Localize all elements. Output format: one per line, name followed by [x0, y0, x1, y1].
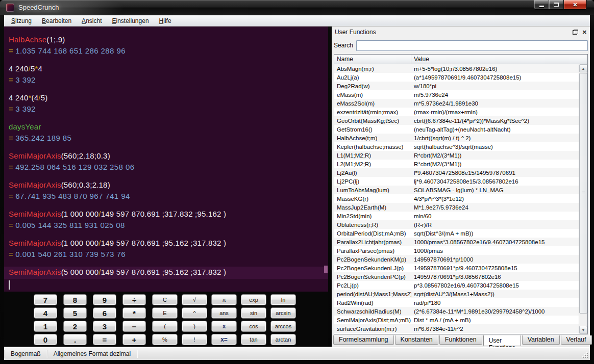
table-row[interactable]: Rad2Win(rad)rad/pi*180	[334, 298, 579, 307]
menu-item-sitzung[interactable]: Sitzung	[6, 16, 37, 25]
tab-konstanten[interactable]: Konstanten	[395, 335, 438, 345]
table-row[interactable]: MassJup2Earth(M)M*1.9e27/5.9736e24	[334, 203, 579, 212]
table-row[interactable]: Deg2Rad(w)w/180*pi	[334, 82, 579, 90]
column-header-name[interactable]: Name	[334, 55, 411, 64]
key-)[interactable]: )	[182, 321, 207, 332]
table-row[interactable]: eMass2Sol(m)m*5.9736e24/1.9891e30	[334, 99, 579, 108]
key-tan[interactable]: tan	[241, 334, 266, 345]
key-C[interactable]: C	[152, 294, 178, 305]
table-row[interactable]: Pc2BogenSekundenPC(p)149597870691*p/3.08…	[334, 272, 579, 281]
key-exp[interactable]: exp	[241, 294, 266, 305]
table-row[interactable]: SemiMajorAxis(Dist;mA;mB)Dist * mA / (mA…	[334, 316, 579, 324]
key-π[interactable]: π	[211, 294, 237, 305]
tab-formelsammlung[interactable]: Formelsammlung	[333, 335, 394, 345]
column-header-value[interactable]: Value	[411, 55, 587, 64]
key-−[interactable]: −	[122, 321, 146, 332]
key-÷[interactable]: ÷	[122, 294, 146, 305]
table-row[interactable]: Au2Lj(a)(a*149597870691/9.4607304725808e…	[334, 73, 579, 82]
key-8[interactable]: 8	[63, 294, 87, 305]
table-scrollbar[interactable]: ▲ ▼	[579, 64, 587, 334]
table-row[interactable]: GeoOrbit(MassKg;tSec)cbrt((6.67384e-11/(…	[334, 116, 579, 125]
float-panel-icon[interactable]	[573, 30, 578, 35]
status-item[interactable]: Allgemeines Format dezimal	[47, 350, 137, 357]
key-5[interactable]: 5	[63, 307, 87, 319]
tab-user-functions[interactable]: User Functions	[483, 335, 521, 346]
tab-variablen[interactable]: Variablen	[522, 335, 560, 345]
table-row[interactable]: OrbitalPeriod(Dist;mA;mB)sqrt(Dist^3/(mA…	[334, 229, 579, 238]
table-row[interactable]: Pc2Lj(p)p*3.08567802e16/9.4607304725808e…	[334, 281, 579, 290]
key-([interactable]: (	[152, 321, 178, 332]
menu-item-einstellungen[interactable]: Einstellungen	[107, 16, 154, 25]
key-7[interactable]: 7	[34, 294, 57, 305]
tab-verlauf[interactable]: Verlauf	[561, 335, 592, 345]
search-input[interactable]	[356, 40, 588, 51]
scroll-thumb[interactable]	[579, 73, 587, 314]
key-0[interactable]: 0	[34, 334, 57, 345]
key-E[interactable]: E	[152, 307, 178, 319]
key-ans[interactable]: ans	[211, 307, 237, 319]
table-row[interactable]: exzentrizität(rmin;rmax)(rmax-rmin)/(rma…	[334, 108, 579, 116]
key-arcsin[interactable]: arcsin	[270, 307, 296, 319]
table-row[interactable]: surfaceGravitation(m;r)m*6.67384e-11/r^2	[334, 324, 579, 333]
key-4[interactable]: 4	[34, 307, 57, 319]
titlebar[interactable]: SpeedCrunch ✕	[0, 0, 594, 15]
key-ln[interactable]: ln	[270, 294, 296, 305]
key-√[interactable]: √	[182, 294, 207, 305]
scroll-down-icon[interactable]: ▼	[579, 326, 587, 334]
table-row[interactable]: L1(M1;M2;R)R*cbrt(M2/(3*M1))	[334, 151, 579, 160]
table-row[interactable]: AbsMagn(m;r)m+5-5*log(10;r/3.08567802e16…	[334, 64, 579, 73]
menu-item-hilfe[interactable]: Hilfe	[154, 16, 177, 25]
table-row[interactable]: Oblateness(r;R)(R-r)/R	[334, 220, 579, 229]
table-row[interactable]: Lj2Au(l)l*9.4607304725808e15/14959787069…	[334, 168, 579, 177]
table-row[interactable]: Min2Std(min)min/60	[334, 212, 579, 220]
key-9[interactable]: 9	[93, 294, 116, 305]
table-row[interactable]: Pc2BogenSekundenLJ(p)149597870691*p/9.46…	[334, 264, 579, 272]
close-panel-icon[interactable]: ✕	[582, 30, 587, 35]
table-row[interactable]: L2(M1;M2;R)R*cbrt(M2/(3*M1))	[334, 160, 579, 168]
maximize-button[interactable]	[549, 0, 563, 10]
key-![interactable]: !	[182, 334, 207, 345]
table-row[interactable]: SchwarzschildRadius(M)(2*6.67384e-11*M*1…	[334, 307, 579, 316]
table-row[interactable]: ParallaxParsec(pmas)1000/pmas	[334, 246, 579, 255]
key-arctan[interactable]: arctan	[270, 334, 296, 345]
menu-item-ansicht[interactable]: Ansicht	[77, 16, 107, 25]
calc-display[interactable]: HalbAchse(1;.9)= 1.035 744 168 651 286 2…	[4, 27, 328, 292]
key-6[interactable]: 6	[93, 307, 116, 319]
key-=[interactable]: =	[93, 334, 116, 345]
table-row[interactable]: HalbAchse(t;m)1/cbrt((sqrt(m) / t) ^ 2)	[334, 134, 579, 142]
table-header[interactable]: NameValue	[334, 55, 587, 64]
status-item[interactable]: Bogenmaß	[5, 350, 47, 357]
table-row[interactable]: GetStrom16()(neuTag-altTag)+(neuNacht-al…	[334, 125, 579, 134]
key-2[interactable]: 2	[63, 321, 87, 332]
minimize-button[interactable]	[534, 0, 549, 10]
table-row[interactable]: Parallax2Lichtjahr(pmas)1000/pmas*3.0856…	[334, 238, 579, 246]
key-*[interactable]: *	[122, 307, 146, 319]
panel-titlebar[interactable]: User Functions ✕	[332, 27, 590, 38]
key-1[interactable]: 1	[34, 321, 57, 332]
key-x=[interactable]: x=	[211, 334, 237, 345]
cell-name: exzentrizität(rmin;rmax)	[334, 109, 411, 115]
key-+[interactable]: +	[122, 334, 146, 345]
table-row[interactable]: MasseKG(r)4/3*pi*r^3*(3*1e12)	[334, 194, 579, 203]
key-%[interactable]: %	[152, 334, 178, 345]
menu-item-bearbeiten[interactable]: Bearbeiten	[37, 16, 77, 25]
table-row[interactable]: Pc2BogenSekundenKM(p)149597870691*p/1000	[334, 255, 579, 264]
key-3[interactable]: 3	[93, 321, 116, 332]
close-button[interactable]: ✕	[563, 0, 587, 10]
key-^[interactable]: ^	[182, 307, 207, 319]
table-row[interactable]: LumToAbsMag(lum)SOLABSMAG - lg(lum) * LN…	[334, 186, 579, 194]
resize-grip[interactable]	[582, 352, 588, 358]
table-row[interactable]: Lj2PC(lj)lj*9.4607304725808e15/3.0856780…	[334, 177, 579, 186]
key-cos[interactable]: cos	[241, 321, 266, 332]
scroll-up-icon[interactable]: ▲	[579, 64, 587, 72]
key-.[interactable]: .	[63, 334, 87, 345]
table-row[interactable]: eMass(m)m/5.9736e24	[334, 90, 579, 99]
table-row[interactable]: Kepler(halbachse;masse)sqrt(halbachse^3)…	[334, 142, 579, 151]
table-row[interactable]: period(distAU;Mass1;Mass2)sqrt(distAU^3/…	[334, 290, 579, 298]
tab-funktionen[interactable]: Funktionen	[439, 335, 482, 345]
editor-line[interactable]: SemiMajorAxis(5 000 000/149 597 870.691 …	[9, 267, 324, 290]
display-scroll-thumb[interactable]	[324, 266, 328, 273]
key-x[interactable]: x	[211, 321, 237, 332]
key-arccos[interactable]: arccos	[270, 321, 296, 332]
key-sin[interactable]: sin	[241, 307, 266, 319]
